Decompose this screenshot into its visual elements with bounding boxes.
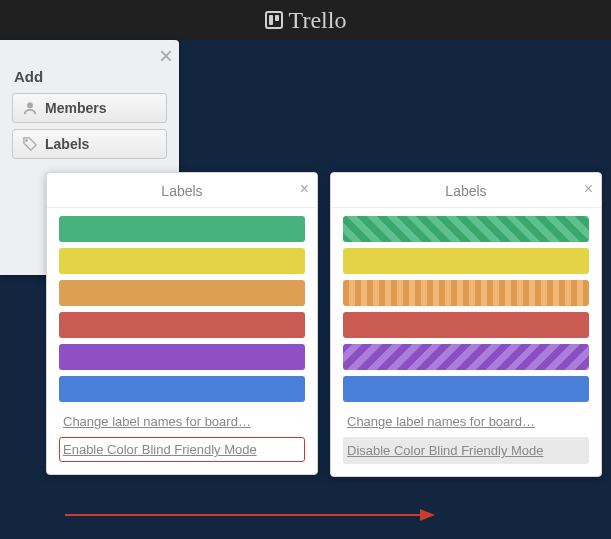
label-swatch-yellow-cb[interactable]	[343, 248, 589, 274]
label-swatch-orange-cb[interactable]	[343, 280, 589, 306]
members-button[interactable]: Members	[12, 93, 167, 123]
labels-popover-normal: Labels × Change label names for board… E…	[46, 172, 318, 475]
labels-button[interactable]: Labels	[12, 129, 167, 159]
logo: Trello	[265, 8, 347, 32]
app-header: Trello	[0, 0, 611, 40]
popover-title: Labels ×	[47, 173, 317, 208]
svg-point-0	[27, 103, 32, 108]
labels-popover-colorblind: Labels × Change label names for board… D…	[330, 172, 602, 477]
svg-marker-3	[420, 509, 435, 521]
members-button-label: Members	[45, 100, 106, 116]
close-icon[interactable]: ×	[584, 181, 593, 197]
change-label-names-link[interactable]: Change label names for board…	[59, 408, 305, 435]
label-swatch-purple-cb[interactable]	[343, 344, 589, 370]
sidebar-section-title: Add	[14, 68, 167, 85]
popover-title: Labels ×	[331, 173, 601, 208]
label-swatch-green-cb[interactable]	[343, 216, 589, 242]
label-swatch-red[interactable]	[59, 312, 305, 338]
annotation-arrow-icon	[65, 505, 435, 525]
enable-colorblind-link[interactable]: Enable Color Blind Friendly Mode	[59, 437, 305, 462]
svg-point-1	[25, 139, 27, 141]
user-icon	[23, 101, 37, 115]
labels-button-label: Labels	[45, 136, 89, 152]
label-swatch-orange[interactable]	[59, 280, 305, 306]
trello-board-icon	[265, 11, 283, 29]
disable-colorblind-link[interactable]: Disable Color Blind Friendly Mode	[343, 437, 589, 464]
tag-icon	[23, 137, 37, 151]
label-swatch-blue[interactable]	[59, 376, 305, 402]
close-icon[interactable]: ×	[159, 44, 173, 68]
label-swatch-purple[interactable]	[59, 344, 305, 370]
close-icon[interactable]: ×	[300, 181, 309, 197]
label-swatch-blue-cb[interactable]	[343, 376, 589, 402]
logo-text: Trello	[289, 8, 347, 32]
label-swatch-yellow[interactable]	[59, 248, 305, 274]
label-swatch-green[interactable]	[59, 216, 305, 242]
label-swatch-red-cb[interactable]	[343, 312, 589, 338]
change-label-names-link[interactable]: Change label names for board…	[343, 408, 589, 435]
